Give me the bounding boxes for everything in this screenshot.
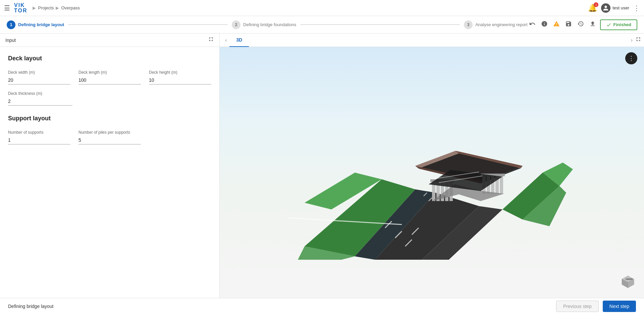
tab-3d[interactable]: 3D [229, 34, 249, 47]
deck-width-label: Deck width (m) [8, 70, 70, 75]
logo-top: VIK [14, 3, 27, 8]
more-icon[interactable]: ⋮ [633, 4, 640, 12]
orientation-cube: FRONT [619, 272, 637, 291]
warning-icon[interactable] [552, 19, 561, 30]
step-3[interactable]: 3 Analyse engineering report [464, 20, 527, 29]
deck-width-field: Deck width (m) [8, 70, 70, 84]
notifications-area: 🔔 1 [588, 4, 597, 12]
deck-width-input[interactable] [8, 76, 70, 84]
num-piles-field: Number of piles per supports [78, 130, 141, 144]
cube-nav[interactable]: FRONT [619, 272, 637, 291]
left-panel: Input Deck layout Deck width (m) Deck le… [0, 34, 220, 298]
steps-right: Finished [528, 19, 637, 30]
step-1-label: Defining bridge layout [18, 22, 64, 27]
next-step-button[interactable]: Next step [603, 301, 636, 312]
right-panel: ‹ 3D › [220, 34, 644, 298]
nav-right: 🔔 1 test user ⋮ [588, 3, 640, 13]
notif-badge: 1 [594, 2, 598, 7]
avatar [601, 3, 610, 13]
main-layout: Input Deck layout Deck width (m) Deck le… [0, 34, 644, 298]
bottom-title: Defining bridge layout [8, 304, 53, 309]
publish-icon[interactable] [588, 19, 597, 30]
top-nav: ☰ VIK TOR ▶ Projects ▶ Overpass 🔔 1 test… [0, 0, 644, 16]
breadcrumb-projects[interactable]: Projects [38, 5, 54, 10]
info-icon[interactable] [540, 19, 549, 30]
expand-icon[interactable] [208, 36, 214, 44]
deck-thickness-label: Deck thickness (m) [8, 91, 72, 96]
logo-bottom: TOR [14, 8, 27, 13]
viewer-tabs: ‹ 3D › [220, 34, 644, 47]
deck-thickness-row: Deck thickness (m) [8, 91, 211, 106]
bridge-3d-visualization [288, 85, 576, 260]
breadcrumb-current[interactable]: Overpass [61, 5, 80, 10]
deck-height-field: Deck height (m) [149, 70, 211, 84]
logo: VIK TOR [14, 3, 27, 13]
deck-thickness-field: Deck thickness (m) [8, 91, 72, 106]
breadcrumb-sep: ▶ [56, 5, 59, 10]
history-icon[interactable] [576, 19, 585, 30]
deck-layout-title: Deck layout [8, 55, 211, 62]
step-1[interactable]: 1 Defining bridge layout [7, 20, 64, 29]
input-header: Input [0, 34, 219, 47]
svg-text:FRONT: FRONT [626, 278, 633, 280]
support-layout-title: Support layout [8, 115, 211, 122]
undo-icon[interactable] [528, 19, 537, 30]
bottom-bar: Defining bridge layout Previous step Nex… [0, 298, 644, 314]
fullscreen-btn[interactable] [635, 36, 641, 44]
viewer-area: ⋮ FRONT [220, 47, 644, 298]
num-supports-field: Number of supports [8, 130, 70, 144]
deck-thickness-input[interactable] [8, 97, 72, 106]
deck-height-label: Deck height (m) [149, 70, 211, 75]
steps-bar: 1 Defining bridge layout 2 Defining brid… [0, 16, 644, 34]
deck-height-input[interactable] [149, 76, 211, 84]
deck-length-label: Deck length (m) [78, 70, 141, 75]
step-3-label: Analyse engineering report [475, 22, 527, 27]
save-icon[interactable] [564, 19, 573, 30]
deck-layout-section: Deck layout Deck width (m) Deck length (… [8, 55, 211, 106]
num-piles-input[interactable] [78, 136, 141, 144]
input-header-label: Input [5, 38, 16, 43]
support-fields: Number of supports Number of piles per s… [8, 130, 211, 144]
prev-step-button[interactable]: Previous step [556, 301, 599, 312]
step-2[interactable]: 2 Defining bridge foundations [232, 20, 296, 29]
finished-button[interactable]: Finished [600, 19, 637, 30]
step-2-circle: 2 [232, 20, 240, 29]
hamburger-icon[interactable]: ☰ [4, 4, 10, 12]
step-connector-2 [300, 24, 460, 25]
step-1-circle: 1 [7, 20, 15, 29]
finished-label: Finished [613, 22, 631, 27]
tab-prev-btn[interactable]: ‹ [222, 36, 229, 45]
dummy-field [149, 130, 211, 144]
num-supports-label: Number of supports [8, 130, 70, 135]
support-layout-section: Support layout Number of supports Number… [8, 115, 211, 144]
viewer-dots-icon: ⋮ [628, 55, 634, 62]
tab-next-btn[interactable]: › [628, 36, 635, 45]
step-3-circle: 3 [464, 20, 473, 29]
deck-length-input[interactable] [78, 76, 141, 84]
num-supports-input[interactable] [8, 136, 70, 144]
breadcrumb: ▶ Projects ▶ Overpass [33, 5, 80, 10]
panel-content: Deck layout Deck width (m) Deck length (… [0, 47, 219, 298]
breadcrumb-arrow-icon: ▶ [33, 5, 36, 10]
viewer-dots-menu[interactable]: ⋮ [625, 52, 637, 64]
user-name: test user [612, 5, 629, 10]
num-piles-label: Number of piles per supports [78, 130, 141, 135]
user-info[interactable]: test user [601, 3, 629, 13]
deck-main-fields: Deck width (m) Deck length (m) Deck heig… [8, 70, 211, 84]
deck-length-field: Deck length (m) [78, 70, 141, 84]
step-2-label: Defining bridge foundations [243, 22, 296, 27]
step-connector-1 [68, 24, 228, 25]
bottom-buttons: Previous step Next step [556, 301, 636, 312]
